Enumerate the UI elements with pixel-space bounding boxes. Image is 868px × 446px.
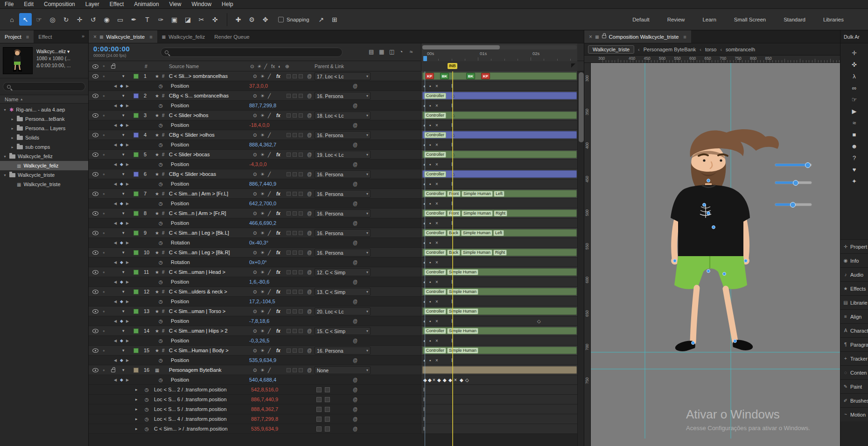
keyframe-icon[interactable]: ×: [435, 101, 438, 111]
layer-name[interactable]: C < Sim...Human | Body >: [169, 346, 251, 355]
collapse-icon[interactable]: #: [162, 346, 165, 355]
dock-tab[interactable]: Dulk Ar: [840, 30, 868, 43]
expression-name[interactable]: Loc < S... 2 / .transform.position: [154, 385, 250, 395]
property-row-12[interactable]: ◀◆▶◷Position17,2,-104,5@◐▪×I: [89, 297, 584, 307]
twirl-toggle[interactable]: ▾: [122, 307, 125, 316]
hscroll-thumb[interactable]: [422, 45, 500, 49]
matte-box-1[interactable]: [293, 251, 297, 255]
frame-blending-icon[interactable]: ◫: [389, 49, 394, 55]
stopwatch-icon[interactable]: ◷: [159, 179, 163, 189]
property-row-4[interactable]: ◀◆▶◷Position888,4,362,7@◐▪×I: [89, 140, 584, 150]
comp-marker-inb[interactable]: INB: [448, 63, 457, 69]
solo-toggle[interactable]: ●: [103, 307, 105, 316]
stopwatch-icon[interactable]: ◷: [159, 101, 163, 111]
property-name[interactable]: Position: [171, 140, 189, 150]
hand-tool[interactable]: ☞: [33, 13, 45, 26]
keyframe-icon[interactable]: ▪: [429, 199, 431, 209]
keyframe-icon[interactable]: ◆: [428, 375, 432, 385]
dock-panel-propert[interactable]: ✛Propert: [840, 239, 868, 253]
layer-name[interactable]: C < Sli...> sombrancelhas: [169, 71, 251, 81]
property-pickwhip-icon[interactable]: @: [353, 179, 357, 189]
keyframe-icon[interactable]: ▪: [429, 336, 431, 346]
collapse-icon[interactable]: #: [162, 248, 165, 258]
dock-panel-charact[interactable]: ACharact: [840, 323, 868, 337]
layer-row-1[interactable]: ●▾1★#C < Sli...> sombrancelhas⊙☀╱fx@17. …: [89, 71, 584, 81]
collapse-icon[interactable]: #: [162, 111, 165, 120]
layer-switch-2[interactable]: ╱: [268, 111, 271, 120]
marker-guide-line[interactable]: [452, 71, 453, 446]
layer-duration-bar[interactable]: Controller⌂: [422, 92, 577, 99]
layer-name[interactable]: C < Sim...ulders & neck >: [169, 287, 251, 297]
matte-box-0[interactable]: [287, 74, 291, 78]
layer-duration-bar[interactable]: ControllerBackSimple HumanRight: [422, 249, 577, 256]
shy-icon[interactable]: ★: [155, 111, 159, 120]
collapse-icon[interactable]: #: [162, 91, 165, 101]
kf-indicator-icon[interactable]: ◆: [120, 336, 123, 346]
property-pickwhip-icon[interactable]: @: [353, 160, 357, 169]
property-value[interactable]: -4,3,0,0: [249, 160, 266, 169]
layer-switch-2[interactable]: ╱: [268, 228, 271, 238]
matte-box-0[interactable]: [287, 113, 291, 118]
property-name[interactable]: Position: [171, 297, 189, 307]
matte-box-0[interactable]: [287, 94, 291, 98]
parent-dropdown[interactable]: 17. Loc < Lc▾: [315, 72, 371, 80]
whip-icon-b[interactable]: [325, 407, 330, 412]
matte-box-1[interactable]: [293, 211, 297, 216]
keyframe-icon[interactable]: ▪: [429, 160, 431, 169]
close-icon[interactable]: ×: [589, 34, 592, 40]
property-pickwhip-icon[interactable]: @: [353, 140, 357, 150]
dock-panel-info[interactable]: ◉Info: [840, 253, 868, 267]
stopwatch-icon[interactable]: ◷: [159, 355, 163, 365]
property-value[interactable]: 540,4,688,4: [249, 375, 276, 385]
layer-marker[interactable]: KP: [425, 73, 434, 79]
keyframe-icon[interactable]: ×: [454, 375, 457, 385]
property-row-10[interactable]: ◀◆▶◷Rotation0x+0,0°@◐▪×: [89, 258, 584, 267]
puppet-icon[interactable]: ✜: [840, 59, 868, 70]
twirl-closed[interactable]: ▸: [10, 117, 14, 121]
layer-switch-0[interactable]: ⊙: [253, 130, 257, 140]
matte-box-1[interactable]: [293, 113, 297, 118]
fx-badge[interactable]: fx: [276, 287, 280, 297]
matte-box-0[interactable]: [287, 251, 291, 255]
composition-mini-flowchart-icon[interactable]: ▤: [369, 49, 374, 55]
layer-name[interactable]: C < Sim...an | Leg > [Bk.L]: [169, 228, 251, 238]
parent-dropdown[interactable]: 16. Persona▾: [315, 170, 371, 178]
property-pickwhip-icon[interactable]: @: [353, 238, 357, 248]
keyframe-icon[interactable]: ▪: [429, 316, 431, 326]
fx-badge[interactable]: fx: [276, 209, 280, 218]
puppet-pin-tool[interactable]: ✜: [209, 13, 221, 26]
matte-box-0[interactable]: [287, 192, 291, 196]
twirl-toggle[interactable]: ▾: [122, 248, 125, 258]
tree-item-5[interactable]: ▾Walkcycle_feliz: [0, 152, 88, 161]
layer-color-chip[interactable]: [133, 348, 139, 353]
keyframe-icon[interactable]: ×: [435, 160, 438, 169]
property-row-9[interactable]: ◀◆▶◷Rotation0x-40,3°@◐▪×: [89, 238, 584, 248]
layer-duration-bar[interactable]: ControllerFrontSimple HumanLeft: [422, 190, 577, 197]
pan-camera-tool[interactable]: ✛: [73, 13, 86, 26]
preview-title[interactable]: Walkcyc...eliz ▾: [36, 48, 71, 55]
solo-toggle[interactable]: ●: [103, 287, 105, 297]
parent-pickwhip-icon[interactable]: @: [307, 267, 312, 277]
twirl-toggle[interactable]: ▾: [122, 287, 125, 297]
kf-prev-icon[interactable]: ◀: [114, 140, 117, 150]
kf-indicator-icon[interactable]: ◆: [120, 101, 123, 111]
expression-value[interactable]: 542,8,516,0: [251, 385, 278, 395]
parent-pickwhip-icon[interactable]: @: [307, 248, 312, 258]
current-time-display[interactable]: 0:00:00:00: [93, 45, 130, 53]
kf-indicator-icon[interactable]: ◆: [120, 199, 123, 209]
twirl-open[interactable]: ▾: [3, 173, 7, 177]
property-value[interactable]: 1,6,-80,6: [249, 277, 269, 287]
collapse-icon[interactable]: #: [162, 130, 165, 140]
menu-help[interactable]: Help: [222, 1, 233, 7]
kf-next-icon[interactable]: ▶: [126, 101, 129, 111]
layer-duration-bar[interactable]: ControllerBackSimple HumanLeft: [422, 229, 577, 237]
graph-editor-icon[interactable]: ≈: [410, 49, 413, 55]
kf-indicator-icon[interactable]: ◆: [120, 355, 123, 365]
tab-project[interactable]: Project≡: [0, 30, 34, 43]
property-pickwhip-icon[interactable]: @: [353, 336, 357, 346]
workspace-default[interactable]: Default: [632, 17, 649, 22]
snapping-toggle[interactable]: Snapping: [278, 17, 309, 22]
keyframe-icon[interactable]: ◇: [465, 375, 469, 385]
vscroll-thumb[interactable]: [579, 72, 584, 142]
keyframe-icon[interactable]: ×: [435, 81, 438, 91]
